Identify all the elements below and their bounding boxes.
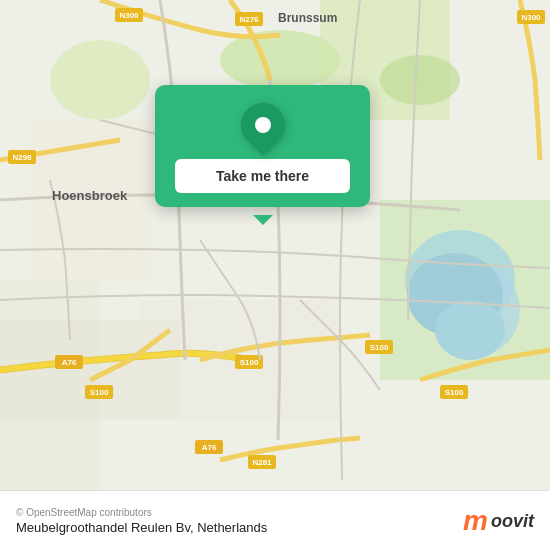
map-container: A76 A76 S100 S100 S100 S100 N300 N300 N2…	[0, 0, 550, 490]
svg-text:N300: N300	[119, 11, 139, 20]
moovit-text: oovit	[491, 512, 534, 530]
bottom-info: © OpenStreetMap contributors Meubelgroot…	[16, 507, 267, 535]
bottom-bar: © OpenStreetMap contributors Meubelgroot…	[0, 490, 550, 550]
svg-text:N298: N298	[12, 153, 32, 162]
svg-point-13	[435, 300, 505, 360]
svg-text:Hoensbroek: Hoensbroek	[52, 188, 128, 203]
svg-text:N300: N300	[521, 13, 541, 22]
svg-text:S100: S100	[370, 343, 389, 352]
svg-text:A76: A76	[62, 358, 77, 367]
svg-text:Brunssum: Brunssum	[278, 11, 337, 25]
map-pin-icon	[231, 94, 293, 156]
copyright-text: © OpenStreetMap contributors	[16, 507, 267, 518]
moovit-m-letter: m	[463, 507, 488, 535]
svg-text:S100: S100	[240, 358, 259, 367]
svg-text:A76: A76	[202, 443, 217, 452]
moovit-logo: m oovit	[463, 507, 534, 535]
svg-text:N281: N281	[252, 458, 272, 467]
map-svg: A76 A76 S100 S100 S100 S100 N300 N300 N2…	[0, 0, 550, 490]
svg-point-8	[50, 40, 150, 120]
svg-text:N276: N276	[239, 15, 259, 24]
location-popup: Take me there	[155, 85, 370, 207]
svg-text:S100: S100	[445, 388, 464, 397]
take-me-there-button[interactable]: Take me there	[175, 159, 350, 193]
svg-text:S100: S100	[90, 388, 109, 397]
location-name: Meubelgroothandel Reulen Bv, Netherlands	[16, 520, 267, 535]
svg-point-3	[380, 55, 460, 105]
